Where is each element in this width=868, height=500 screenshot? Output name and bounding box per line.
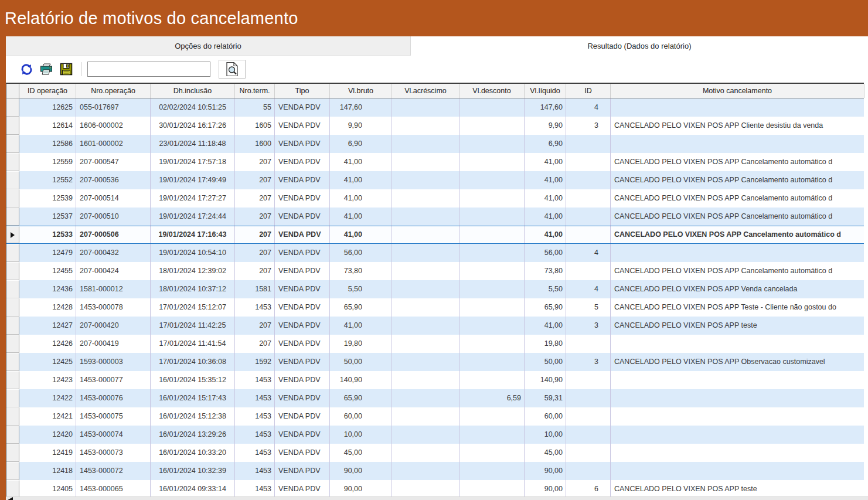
cell-vl_desconto bbox=[459, 208, 525, 226]
row-selector-cell[interactable] bbox=[6, 407, 19, 426]
column-header-tipo[interactable]: Tipo bbox=[275, 84, 330, 98]
row-selector-cell[interactable] bbox=[6, 244, 19, 262]
cell-nro_operacao: 207-000514 bbox=[76, 189, 151, 208]
table-row[interactable]: 124251593-00000317/01/2024 10:36:081592V… bbox=[6, 353, 864, 371]
table-row[interactable]: 12539207-00051419/01/2024 17:27:27207VEN… bbox=[6, 189, 864, 208]
cell-id_operacao: 12539 bbox=[19, 189, 76, 208]
table-row[interactable]: 126141606-00000230/01/2024 16:17:261605V… bbox=[6, 117, 864, 135]
cell-id bbox=[566, 262, 611, 280]
cell-id_operacao: 12421 bbox=[19, 407, 76, 426]
row-selector-cell[interactable] bbox=[6, 335, 19, 353]
cell-id: 5 bbox=[566, 298, 611, 317]
row-selector-cell[interactable] bbox=[6, 480, 19, 496]
table-row[interactable]: 124221453-00007616/01/2024 15:17:431453V… bbox=[6, 389, 864, 407]
cell-id bbox=[566, 371, 611, 389]
cell-vl_acrescimo bbox=[392, 117, 459, 135]
cell-id bbox=[566, 462, 611, 480]
column-header-vl_bruto[interactable]: Vl.bruto bbox=[330, 84, 392, 98]
table-row[interactable]: 124281453-00007817/01/2024 15:12:071453V… bbox=[6, 298, 864, 317]
cell-vl_liquido: 41,00 bbox=[525, 226, 566, 243]
column-header-motivo[interactable]: Motivo cancelamento bbox=[611, 84, 864, 98]
row-selector-cell[interactable] bbox=[6, 317, 19, 335]
table-row[interactable]: 124211453-00007516/01/2024 15:12:381453V… bbox=[6, 407, 864, 426]
preview-icon bbox=[226, 62, 239, 77]
cell-id_operacao: 12625 bbox=[19, 98, 76, 117]
cell-nro_operacao: 1453-000075 bbox=[76, 407, 151, 426]
table-row[interactable]: 12537207-00051019/01/2024 17:24:44207VEN… bbox=[6, 208, 864, 226]
cell-id_operacao: 12427 bbox=[19, 317, 76, 335]
row-selector-cell[interactable] bbox=[6, 371, 19, 389]
search-input[interactable] bbox=[87, 62, 210, 77]
cell-vl_desconto bbox=[459, 480, 525, 496]
table-row[interactable]: 124201453-00007416/01/2024 13:29:261453V… bbox=[6, 426, 864, 444]
cell-vl_liquido: 5,50 bbox=[525, 280, 566, 298]
row-selector-cell[interactable] bbox=[6, 189, 19, 208]
cell-tipo: VENDA PDV bbox=[275, 317, 330, 335]
preview-button[interactable] bbox=[219, 60, 246, 79]
cell-vl_acrescimo bbox=[392, 371, 459, 389]
cell-dh_inclusao: 30/01/2024 16:17:26 bbox=[151, 117, 235, 135]
row-selector-cell[interactable] bbox=[6, 353, 19, 371]
table-row[interactable]: 12427207-00042017/01/2024 11:42:25207VEN… bbox=[6, 317, 864, 335]
table-row[interactable]: 124231453-00007716/01/2024 15:35:121453V… bbox=[6, 371, 864, 389]
table-row[interactable]: 12552207-00053619/01/2024 17:49:49207VEN… bbox=[6, 171, 864, 189]
table-row[interactable]: 124181453-00007216/01/2024 10:32:391453V… bbox=[6, 462, 864, 480]
cell-nro_operacao: 1453-000077 bbox=[76, 371, 151, 389]
row-selector-cell[interactable] bbox=[6, 208, 19, 226]
row-selector-cell[interactable] bbox=[6, 153, 19, 171]
cell-nro_term: 1453 bbox=[235, 444, 275, 462]
cell-dh_inclusao: 16/01/2024 09:33:14 bbox=[151, 480, 235, 496]
refresh-button[interactable] bbox=[19, 62, 34, 77]
cell-vl_liquido: 41,00 bbox=[525, 317, 566, 335]
cell-tipo: VENDA PDV bbox=[275, 462, 330, 480]
cell-id bbox=[566, 426, 611, 444]
column-header-vl_desconto[interactable]: Vl.desconto bbox=[459, 84, 525, 98]
table-row[interactable]: 125861601-00000223/01/2024 11:18:481600V… bbox=[6, 135, 864, 153]
column-header-vl_liquido[interactable]: Vl.líquido bbox=[525, 84, 566, 98]
print-button[interactable] bbox=[39, 62, 54, 77]
table-row[interactable]: 124361581-00001218/01/2024 10:37:121581V… bbox=[6, 280, 864, 298]
horizontal-scrollbar[interactable] bbox=[6, 496, 868, 500]
row-selector-cell[interactable] bbox=[6, 389, 19, 407]
tab-resultado[interactable]: Resultado (Dados do relatório) bbox=[411, 36, 868, 56]
cell-id bbox=[566, 389, 611, 407]
column-header-id_operacao[interactable]: ID operação bbox=[19, 84, 76, 98]
table-row[interactable]: 12479207-00043219/01/2024 10:54:10207VEN… bbox=[6, 244, 864, 262]
row-selector-cell[interactable] bbox=[6, 462, 19, 480]
column-header-vl_acrescimo[interactable]: Vl.acréscimo bbox=[392, 84, 459, 98]
column-header-nro_term[interactable]: Nro.term. bbox=[235, 84, 275, 98]
row-selector-cell[interactable] bbox=[6, 262, 19, 280]
table-row[interactable]: 12559207-00054719/01/2024 17:57:18207VEN… bbox=[6, 153, 864, 171]
column-header-dh_inclusao[interactable]: Dh.inclusão bbox=[151, 84, 235, 98]
cell-tipo: VENDA PDV bbox=[275, 153, 330, 171]
cell-vl_bruto: 60,00 bbox=[330, 407, 392, 426]
row-selector-cell[interactable] bbox=[6, 98, 19, 117]
save-button[interactable] bbox=[59, 62, 74, 77]
row-selector-cell[interactable] bbox=[6, 226, 19, 243]
cell-id bbox=[566, 407, 611, 426]
table-row[interactable]: 124051453-00006516/01/2024 09:33:141453V… bbox=[6, 480, 864, 496]
row-selector-cell[interactable] bbox=[6, 444, 19, 462]
cell-vl_bruto: 140,90 bbox=[330, 371, 392, 389]
column-header-nro_operacao[interactable]: Nro.operação bbox=[76, 84, 151, 98]
cell-nro_term: 207 bbox=[235, 153, 275, 171]
row-selector-cell[interactable] bbox=[6, 171, 19, 189]
row-selector-cell[interactable] bbox=[6, 426, 19, 444]
column-header-id[interactable]: ID bbox=[566, 84, 611, 98]
cell-tipo: VENDA PDV bbox=[275, 407, 330, 426]
row-selector-cell[interactable] bbox=[6, 298, 19, 317]
cell-dh_inclusao: 17/01/2024 10:36:08 bbox=[151, 353, 235, 371]
tab-opcoes-do-relatorio[interactable]: Opções do relatório bbox=[6, 36, 411, 56]
cell-motivo: CANCELADO PELO VIXEN POS APP Cancelament… bbox=[611, 171, 864, 189]
row-selector-cell[interactable] bbox=[6, 117, 19, 135]
table-row[interactable]: 12625055-01769702/02/2024 10:51:2555VEND… bbox=[6, 98, 864, 117]
row-selector-cell[interactable] bbox=[6, 280, 19, 298]
cell-vl_desconto: 6,59 bbox=[459, 389, 525, 407]
table-row[interactable]: 12426207-00041917/01/2024 11:41:54207VEN… bbox=[6, 335, 864, 353]
table-row[interactable]: 12455207-00042418/01/2024 12:39:02207VEN… bbox=[6, 262, 864, 280]
cell-vl_bruto: 90,00 bbox=[330, 462, 392, 480]
cell-vl_acrescimo bbox=[392, 171, 459, 189]
table-row[interactable]: 12533207-00050619/01/2024 17:16:43207VEN… bbox=[6, 226, 864, 244]
table-row[interactable]: 124191453-00007316/01/2024 10:33:201453V… bbox=[6, 444, 864, 462]
row-selector-cell[interactable] bbox=[6, 135, 19, 153]
